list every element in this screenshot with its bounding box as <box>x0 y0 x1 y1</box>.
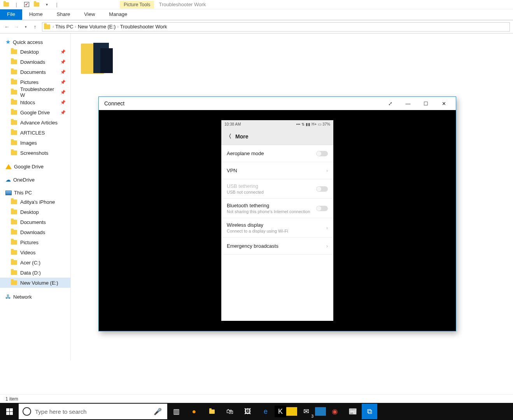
sidebar-item-label: Troubleshooter W <box>20 86 57 98</box>
properties-icon[interactable]: ✔ <box>22 0 31 9</box>
tab-view[interactable]: View <box>77 9 102 20</box>
sidebar-item[interactable]: Advance Articles <box>0 117 70 128</box>
sidebar-item-label: htdocs <box>20 100 35 105</box>
ribbon-tabs: File Home Share View Manage <box>0 9 513 20</box>
sidebar-item[interactable]: New Volume (E:) <box>0 278 70 288</box>
sidebar-item[interactable]: Documents📌 <box>0 67 70 77</box>
nav-this-pc[interactable]: This PC <box>0 189 70 197</box>
phone-setting-row[interactable]: VPN› <box>221 162 333 179</box>
folder-thumbnail[interactable] <box>80 40 116 76</box>
tab-file[interactable]: File <box>0 9 22 20</box>
dots-icon: ••• <box>296 122 300 126</box>
app-icon[interactable]: K <box>275 406 286 417</box>
nav-network[interactable]: 🖧 Network <box>0 292 70 301</box>
folder-icon <box>11 130 17 135</box>
chevron-right-icon: › <box>326 225 328 231</box>
drive-icon <box>11 210 17 214</box>
back-icon[interactable]: 〈 <box>226 133 231 140</box>
app-icon[interactable] <box>286 407 297 416</box>
phone-setting-row[interactable]: Aeroplane mode <box>221 145 333 162</box>
sidebar-item[interactable]: Images <box>0 138 70 148</box>
firefox-icon[interactable]: ● <box>185 403 203 420</box>
mic-icon[interactable]: 🎤 <box>154 408 162 416</box>
folder-icon <box>11 120 17 125</box>
chevron-right-icon: › <box>53 24 54 29</box>
connect-titlebar[interactable]: Connect ⤢ — ☐ ✕ <box>99 97 456 110</box>
sidebar-item[interactable]: Pictures📌 <box>0 77 70 87</box>
nav-quick-access[interactable]: ★ Quick access <box>0 37 70 47</box>
tab-home[interactable]: Home <box>22 9 50 20</box>
network-type: H+ <box>312 122 317 126</box>
tab-share[interactable]: Share <box>50 9 77 20</box>
sidebar-item[interactable]: Pictures <box>0 237 70 247</box>
sidebar-item[interactable]: Screenshots <box>0 148 70 158</box>
app-icon[interactable]: 📰 <box>344 403 362 420</box>
item-count: 1 item <box>5 396 18 402</box>
breadcrumb-item[interactable]: This PC <box>55 24 73 30</box>
row-subtitle: Not sharing this phone's Internet connec… <box>227 209 313 214</box>
pin-icon: 📌 <box>60 60 66 65</box>
chrome-icon[interactable]: ◉ <box>326 403 344 420</box>
breadcrumb-item[interactable]: New Volume (E:) <box>78 24 116 30</box>
qat-separator: | <box>12 0 21 9</box>
expand-icon[interactable]: ⤢ <box>381 97 399 110</box>
sidebar-item[interactable]: Troubleshooter W📌 <box>0 87 70 97</box>
folder-icon <box>11 60 17 64</box>
file-explorer-icon[interactable] <box>203 403 221 420</box>
back-button[interactable]: ← <box>3 23 11 31</box>
phone-setting-row[interactable]: Bluetooth tetheringNot sharing this phon… <box>221 199 333 218</box>
sidebar-item[interactable]: Documents <box>0 217 70 227</box>
start-button[interactable] <box>0 403 19 420</box>
app-icon[interactable] <box>315 407 326 416</box>
sidebar-item[interactable]: Aditya's iPhone <box>0 197 70 207</box>
folder-icon <box>11 80 17 84</box>
history-dropdown[interactable]: ▾ <box>22 23 30 31</box>
mail-icon[interactable]: ✉3 <box>297 403 315 420</box>
qat-overflow[interactable]: ▾ <box>42 0 51 9</box>
sidebar-item[interactable]: Acer (C:) <box>0 257 70 268</box>
chevron-right-icon: › <box>75 24 76 29</box>
row-subtitle: USB not connected <box>227 190 313 194</box>
folder-icon <box>32 0 41 9</box>
nav-google-drive[interactable]: Google Drive <box>0 163 70 171</box>
taskview-icon[interactable]: ▥ <box>167 403 185 420</box>
up-button[interactable]: ↑ <box>31 23 39 31</box>
sidebar-item-label: Pictures <box>20 240 39 245</box>
toggle-switch[interactable] <box>316 206 328 211</box>
folder-icon <box>11 90 17 94</box>
chevron-right-icon: › <box>326 243 328 249</box>
phone-settings-list: Aeroplane modeVPN›USB tetheringUSB not c… <box>221 145 333 321</box>
breadcrumb-item[interactable]: Troubleshooter Work <box>120 24 167 30</box>
phone-setting-row[interactable]: Emergency broadcasts› <box>221 238 333 255</box>
sidebar-item[interactable]: htdocs📌 <box>0 97 70 107</box>
sidebar-item[interactable]: Google Drive📌 <box>0 107 70 117</box>
phone-header-title: More <box>235 133 248 140</box>
phone-header[interactable]: 〈 More <box>221 128 333 145</box>
sidebar-item[interactable]: Desktop <box>0 207 70 217</box>
nav-onedrive[interactable]: ☁ OneDrive <box>0 175 70 184</box>
forward-button[interactable]: → <box>12 23 20 31</box>
maximize-button[interactable]: ☐ <box>417 97 435 110</box>
phone-setting-row[interactable]: Wireless displayConnect to a display usi… <box>221 218 333 238</box>
taskbar: Type here to search 🎤 ▥ ● 🛍 🖼 e K ✉3 ◉ 📰… <box>0 403 513 420</box>
tab-manage[interactable]: Manage <box>102 9 134 20</box>
store-icon[interactable]: 🛍 <box>221 403 239 420</box>
search-box[interactable]: Type here to search 🎤 <box>19 404 167 419</box>
drive-icon <box>11 260 17 265</box>
sidebar-item[interactable]: Data (D:) <box>0 268 70 278</box>
toggle-switch[interactable] <box>316 151 328 156</box>
connect-taskbar-icon[interactable]: ⧉ <box>362 404 377 419</box>
sidebar-item[interactable]: Desktop📌 <box>0 47 70 57</box>
close-button[interactable]: ✕ <box>435 97 453 110</box>
sidebar-item[interactable]: Downloads📌 <box>0 57 70 67</box>
edge-icon[interactable]: e <box>257 403 275 420</box>
sidebar-item[interactable]: Downloads <box>0 227 70 237</box>
sidebar-item[interactable]: ARTICLES <box>0 128 70 138</box>
breadcrumb[interactable]: › This PC › New Volume (E:) › Troublesho… <box>42 22 510 32</box>
phone-setting-row: USB tetheringUSB not connected <box>221 179 333 199</box>
sidebar-item[interactable]: Videos <box>0 247 70 257</box>
battery-icon: ▭ <box>318 122 321 126</box>
ribbon-context-tab[interactable]: Picture Tools <box>120 1 154 9</box>
minimize-button[interactable]: — <box>399 97 417 110</box>
app-icon[interactable]: 🖼 <box>239 403 257 420</box>
